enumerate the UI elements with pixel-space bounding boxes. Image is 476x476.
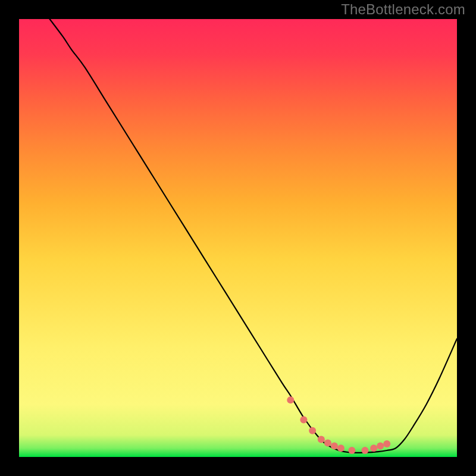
watermark-text: TheBottleneck.com <box>341 1 465 18</box>
optimal-range-marker <box>383 440 390 447</box>
optimal-range-marker <box>309 427 316 434</box>
optimal-range-marker <box>287 396 294 403</box>
optimal-range-marker <box>300 416 307 423</box>
optimal-range-marker <box>370 444 377 452</box>
optimal-range-markers-group <box>287 396 390 454</box>
chart-frame: TheBottleneck.com <box>0 0 476 476</box>
optimal-range-marker <box>337 444 345 452</box>
optimal-range-marker <box>331 443 338 450</box>
optimal-range-marker <box>348 447 355 454</box>
chart-svg <box>19 19 457 457</box>
optimal-range-marker <box>377 443 384 450</box>
optimal-range-marker <box>324 439 331 446</box>
optimal-range-marker <box>318 436 325 443</box>
bottleneck-curve-path <box>50 19 457 453</box>
plot-area <box>19 19 457 457</box>
optimal-range-marker <box>361 447 368 454</box>
